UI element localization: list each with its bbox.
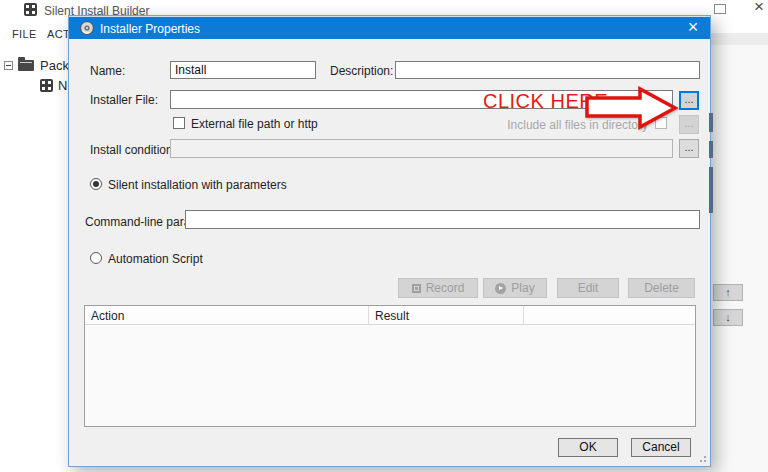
app-icon: [24, 3, 37, 16]
disc-icon: [80, 21, 94, 35]
automation-script-label[interactable]: Automation Script: [108, 252, 203, 266]
dialog-close-icon[interactable]: ×: [676, 17, 710, 40]
column-result[interactable]: Result: [369, 306, 524, 324]
install-conditions-label: Install conditions:: [90, 143, 182, 157]
delete-button: Delete: [628, 278, 695, 298]
dialog-titlebar[interactable]: Installer Properties ×: [69, 16, 710, 39]
menu-actions[interactable]: ACT: [47, 28, 70, 40]
maximize-icon[interactable]: [714, 4, 726, 14]
install-conditions-browse-button[interactable]: ...: [679, 139, 699, 158]
click-here-arrow-icon: [583, 85, 679, 133]
name-input[interactable]: [170, 61, 316, 79]
background-edge-sliver: [709, 113, 713, 132]
column-extra: [524, 306, 695, 324]
name-label: Name:: [90, 64, 125, 78]
description-label: Description:: [330, 64, 393, 78]
resize-grip-icon[interactable]: [700, 456, 706, 462]
description-input[interactable]: [395, 61, 700, 79]
edit-button: Edit: [557, 278, 619, 298]
tree-item-package[interactable]: N: [58, 78, 67, 93]
external-file-label: External file path or http: [191, 117, 318, 131]
record-button: Record: [398, 278, 478, 298]
record-icon: [412, 284, 421, 293]
column-action[interactable]: Action: [85, 306, 369, 324]
record-label: Record: [426, 281, 465, 295]
move-down-button[interactable]: ↓: [713, 309, 743, 326]
installer-properties-dialog: Installer Properties × Name: Description…: [68, 15, 711, 467]
install-conditions-input: [170, 139, 673, 158]
toolbar-strip: [711, 33, 768, 45]
cancel-button[interactable]: Cancel: [631, 438, 691, 457]
silent-install-label[interactable]: Silent installation with parameters: [108, 178, 287, 192]
tree-collapse-icon[interactable]: [4, 61, 13, 70]
dialog-title: Installer Properties: [100, 22, 200, 36]
folder-icon: [18, 60, 34, 71]
installer-file-label: Installer File:: [90, 93, 158, 107]
table-header: Action Result: [85, 306, 695, 325]
play-icon: [495, 283, 506, 294]
external-file-checkbox[interactable]: [173, 117, 185, 129]
automation-script-radio[interactable]: [90, 252, 102, 264]
include-all-browse-button: ...: [679, 115, 699, 134]
move-up-button[interactable]: ↑: [713, 284, 743, 301]
delete-label: Delete: [644, 281, 679, 295]
cmdline-input[interactable]: [185, 210, 700, 229]
right-panel: [710, 45, 768, 472]
actions-table[interactable]: Action Result: [84, 305, 696, 427]
play-label: Play: [511, 281, 534, 295]
silent-install-radio[interactable]: [90, 178, 102, 190]
menu-file[interactable]: FILE: [12, 28, 37, 40]
play-button: Play: [483, 278, 547, 298]
window-close-icon[interactable]: ×: [750, 0, 768, 17]
edit-label: Edit: [578, 281, 599, 295]
ok-button[interactable]: OK: [558, 438, 618, 457]
package-icon: [40, 79, 53, 92]
background-edge-sliver: [709, 167, 713, 213]
installer-file-browse-button[interactable]: ...: [679, 91, 699, 110]
background-edge-sliver: [709, 141, 713, 158]
screen: Silent Install Builder × FILE ACT Packa …: [0, 0, 768, 472]
